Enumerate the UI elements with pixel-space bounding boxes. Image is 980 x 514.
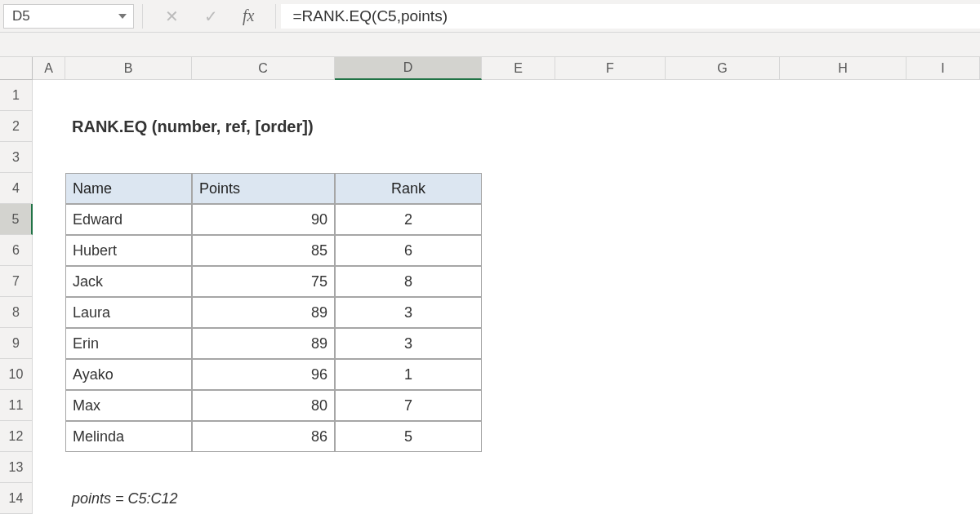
cell-H8[interactable]	[780, 297, 906, 328]
cell-B10[interactable]: Ayako	[65, 359, 192, 390]
cell-E1[interactable]	[482, 80, 555, 111]
cell-G9[interactable]	[666, 328, 780, 359]
cell-A7[interactable]	[33, 266, 65, 297]
col-header-C[interactable]: C	[192, 57, 335, 80]
cell-E12[interactable]	[482, 421, 555, 452]
cell-B12[interactable]: Melinda	[65, 421, 192, 452]
cell-D12[interactable]: 5	[335, 421, 482, 452]
cell-A6[interactable]	[33, 235, 65, 266]
enter-icon[interactable]: ✓	[203, 7, 218, 26]
row-header-9[interactable]: 9	[0, 328, 33, 359]
cell-E8[interactable]	[482, 297, 555, 328]
cell-D5[interactable]: 2	[335, 204, 482, 235]
cell-C11[interactable]: 80	[192, 390, 335, 421]
cell-H3[interactable]	[780, 142, 906, 173]
cell-C4[interactable]: Points	[192, 173, 335, 204]
cell-I13[interactable]	[906, 452, 980, 483]
cell-B5[interactable]: Edward	[65, 204, 192, 235]
row-header-4[interactable]: 4	[0, 173, 33, 204]
cell-B1[interactable]	[65, 80, 192, 111]
cell-G11[interactable]	[666, 390, 780, 421]
cell-B7[interactable]: Jack	[65, 266, 192, 297]
cell-F1[interactable]	[555, 80, 666, 111]
cell-A12[interactable]	[33, 421, 65, 452]
cell-B11[interactable]: Max	[65, 390, 192, 421]
cell-D11[interactable]: 7	[335, 390, 482, 421]
cell-H10[interactable]	[780, 359, 906, 390]
cell-F4[interactable]	[555, 173, 666, 204]
cell-G4[interactable]	[666, 173, 780, 204]
cell-E5[interactable]	[482, 204, 555, 235]
cell-B8[interactable]: Laura	[65, 297, 192, 328]
select-all-corner[interactable]	[0, 57, 33, 80]
cell-A5[interactable]	[33, 204, 65, 235]
col-header-F[interactable]: F	[555, 57, 666, 80]
cell-I8[interactable]	[906, 297, 980, 328]
cell-A3[interactable]	[33, 142, 65, 173]
cancel-icon[interactable]: ✕	[164, 7, 179, 26]
cell-I7[interactable]	[906, 266, 980, 297]
cell-H6[interactable]	[780, 235, 906, 266]
cell-F10[interactable]	[555, 359, 666, 390]
cell-C8[interactable]: 89	[192, 297, 335, 328]
cell-D6[interactable]: 6	[335, 235, 482, 266]
cell-H2[interactable]	[780, 111, 906, 142]
cell-A13[interactable]	[33, 452, 65, 483]
cell-A9[interactable]	[33, 328, 65, 359]
col-header-I[interactable]: I	[906, 57, 980, 80]
cell-E14[interactable]	[482, 483, 555, 514]
cell-G10[interactable]	[666, 359, 780, 390]
cell-G1[interactable]	[666, 80, 780, 111]
cell-B6[interactable]: Hubert	[65, 235, 192, 266]
col-header-H[interactable]: H	[780, 57, 906, 80]
col-header-E[interactable]: E	[482, 57, 555, 80]
chevron-down-icon[interactable]	[118, 14, 127, 19]
cell-D9[interactable]: 3	[335, 328, 482, 359]
cell-B9[interactable]: Erin	[65, 328, 192, 359]
cell-B2[interactable]: RANK.EQ (number, ref, [order])	[65, 111, 555, 142]
cell-A10[interactable]	[33, 359, 65, 390]
cell-B13[interactable]	[65, 452, 192, 483]
cell-H12[interactable]	[780, 421, 906, 452]
cell-B4[interactable]: Name	[65, 173, 192, 204]
cell-F2[interactable]	[555, 111, 666, 142]
cell-I2[interactable]	[906, 111, 980, 142]
cell-I12[interactable]	[906, 421, 980, 452]
cell-E7[interactable]	[482, 266, 555, 297]
cell-F6[interactable]	[555, 235, 666, 266]
cell-I14[interactable]	[906, 483, 980, 514]
row-header-11[interactable]: 11	[0, 390, 33, 421]
cell-E13[interactable]	[482, 452, 555, 483]
row-header-14[interactable]: 14	[0, 483, 33, 514]
col-header-B[interactable]: B	[65, 57, 192, 80]
cell-H14[interactable]	[780, 483, 906, 514]
cell-F9[interactable]	[555, 328, 666, 359]
cell-D3[interactable]	[335, 142, 482, 173]
cell-C5[interactable]: 90	[192, 204, 335, 235]
cell-I9[interactable]	[906, 328, 980, 359]
cell-G13[interactable]	[666, 452, 780, 483]
cell-F11[interactable]	[555, 390, 666, 421]
cell-F3[interactable]	[555, 142, 666, 173]
cell-D13[interactable]	[335, 452, 482, 483]
cell-H13[interactable]	[780, 452, 906, 483]
cell-I11[interactable]	[906, 390, 980, 421]
cell-G7[interactable]	[666, 266, 780, 297]
cell-I4[interactable]	[906, 173, 980, 204]
cell-D7[interactable]: 8	[335, 266, 482, 297]
cell-C12[interactable]: 86	[192, 421, 335, 452]
col-header-G[interactable]: G	[666, 57, 780, 80]
cell-I1[interactable]	[906, 80, 980, 111]
cell-F5[interactable]	[555, 204, 666, 235]
cell-G2[interactable]	[666, 111, 780, 142]
cell-I5[interactable]	[906, 204, 980, 235]
cell-C7[interactable]: 75	[192, 266, 335, 297]
cell-G8[interactable]	[666, 297, 780, 328]
row-header-6[interactable]: 6	[0, 235, 33, 266]
cell-C6[interactable]: 85	[192, 235, 335, 266]
cell-H5[interactable]	[780, 204, 906, 235]
cell-F14[interactable]	[555, 483, 666, 514]
row-header-13[interactable]: 13	[0, 452, 33, 483]
cell-I6[interactable]	[906, 235, 980, 266]
row-header-8[interactable]: 8	[0, 297, 33, 328]
